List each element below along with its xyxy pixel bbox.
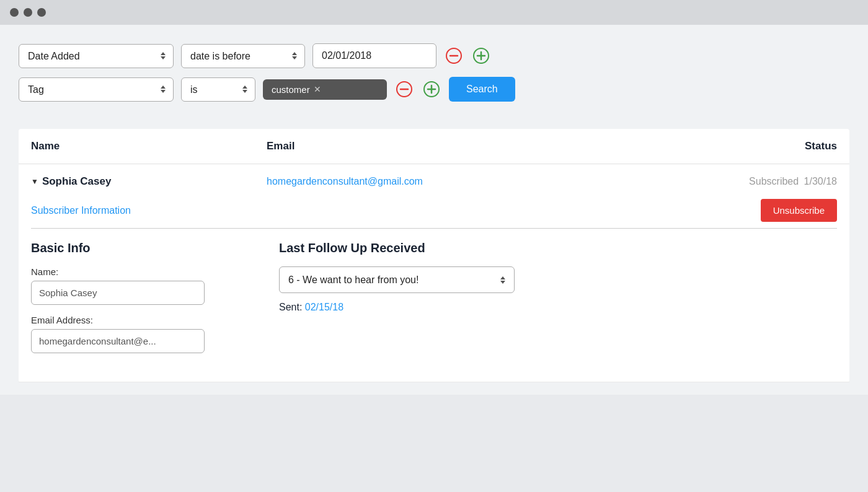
filter-row-1: Date Added date is before (19, 43, 849, 68)
traffic-light-close[interactable] (10, 8, 19, 17)
sent-info: Sent: 02/15/18 (279, 302, 837, 313)
follow-up-select[interactable]: 6 - We want to hear from you! (279, 266, 515, 293)
subscriber-info-title: Subscriber Information (31, 205, 131, 216)
tag-chip-remove[interactable]: ✕ (314, 84, 321, 94)
add-filter-btn-1[interactable] (471, 46, 491, 66)
info-columns: Basic Info Name: Email Address: Last Fol… (31, 241, 837, 363)
results-section: Name Email Status ▼ Sophia Casey homegar… (19, 129, 849, 382)
tag-input-container[interactable]: customer ✕ (263, 79, 387, 100)
follow-up-title: Last Follow Up Received (279, 241, 837, 255)
header-status: Status (676, 140, 837, 152)
traffic-light-minimize[interactable] (24, 8, 32, 17)
remove-circle-icon-1 (445, 47, 463, 64)
filter-section: Date Added date is before (19, 37, 849, 123)
subscriber-name: ▼ Sophia Casey (31, 175, 267, 188)
main-content: Date Added date is before (0, 25, 868, 395)
header-email: Email (267, 140, 676, 152)
expand-triangle-icon[interactable]: ▼ (31, 177, 38, 186)
remove-filter-btn-2[interactable] (394, 79, 414, 99)
subscriber-info-header: Subscriber Information Unsubscribe (31, 199, 837, 229)
basic-info-title: Basic Info (31, 241, 267, 255)
filter-field-select-2[interactable]: Tag (19, 77, 174, 102)
header-name: Name (31, 140, 267, 152)
name-field-input[interactable] (31, 281, 205, 305)
filter-condition-select-2[interactable]: is (181, 77, 255, 102)
subscriber-detail: Subscriber Information Unsubscribe Basic… (19, 199, 849, 382)
remove-filter-btn-1[interactable] (444, 46, 464, 66)
tag-chip: customer ✕ (272, 84, 321, 95)
tag-chip-label: customer (272, 84, 310, 95)
basic-info-column: Basic Info Name: Email Address: (31, 241, 267, 363)
subscriber-email[interactable]: homegardenconsultant@gmail.com (267, 176, 676, 187)
add-circle-icon-1 (472, 47, 490, 64)
subscriber-main-row[interactable]: ▼ Sophia Casey homegardenconsultant@gmai… (19, 164, 849, 199)
filter-row-2: Tag is customer ✕ (19, 77, 849, 102)
name-field-label: Name: (31, 266, 267, 277)
email-field-label: Email Address: (31, 315, 267, 325)
follow-up-column: Last Follow Up Received 6 - We want to h… (279, 241, 837, 363)
add-circle-icon-2 (423, 81, 440, 98)
subscriber-status: Subscribed 1/30/18 (676, 176, 837, 187)
add-filter-btn-2[interactable] (422, 79, 441, 99)
remove-circle-icon-2 (396, 81, 413, 98)
traffic-light-maximize[interactable] (37, 8, 46, 17)
search-button[interactable]: Search (449, 77, 515, 102)
results-table-header: Name Email Status (19, 129, 849, 164)
sent-date: 02/15/18 (305, 302, 343, 312)
unsubscribe-button[interactable]: Unsubscribe (761, 199, 837, 222)
filter-date-input[interactable] (312, 43, 436, 68)
email-field-input[interactable] (31, 329, 205, 353)
filter-condition-select-1[interactable]: date is before (181, 44, 305, 68)
filter-field-select-1[interactable]: Date Added (19, 44, 174, 68)
subscriber-row: ▼ Sophia Casey homegardenconsultant@gmai… (19, 164, 849, 382)
title-bar (0, 0, 868, 25)
